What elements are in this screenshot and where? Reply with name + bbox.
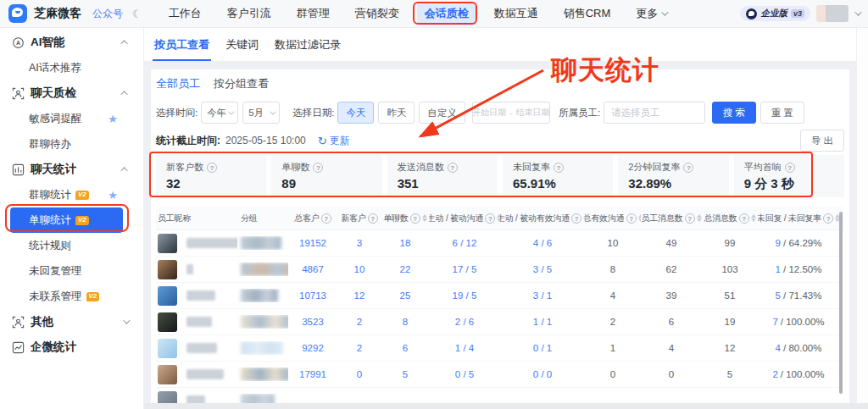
- info-icon[interactable]: [685, 213, 695, 224]
- info-icon[interactable]: [571, 213, 581, 224]
- table-column-header[interactable]: 总消息数: [702, 213, 758, 224]
- info-icon[interactable]: [823, 213, 833, 224]
- top-nav-item[interactable]: 营销裂变: [342, 2, 412, 25]
- sidebar-item[interactable]: 企微统计: [0, 334, 143, 360]
- unreplied-count-value[interactable]: 2: [772, 369, 777, 379]
- table-scrollbar-thumb[interactable]: [839, 212, 843, 394]
- active-passive-value[interactable]: 0 / 5: [455, 369, 474, 379]
- new-customers-value[interactable]: 2: [357, 343, 362, 353]
- sidebar-item[interactable]: 敏感词提醒 ★: [0, 106, 143, 131]
- user-menu-chevron-icon[interactable]: [854, 8, 861, 15]
- table-column-header[interactable]: 主动 / 被动有效沟通: [500, 213, 585, 224]
- star-icon[interactable]: ★: [108, 190, 118, 201]
- table-column-header[interactable]: 分组: [237, 213, 288, 224]
- active-passive-valid-value[interactable]: 0 / 1: [533, 343, 552, 353]
- year-select[interactable]: 今年: [201, 102, 238, 124]
- chat-count-value[interactable]: 25: [400, 290, 411, 301]
- active-passive-valid-value[interactable]: 1 / 1: [533, 317, 552, 327]
- sort-icon[interactable]: [751, 214, 756, 222]
- sub-tab[interactable]: 按分组查看: [214, 76, 269, 91]
- date-quick-button[interactable]: 今天: [337, 102, 374, 124]
- page-scrollbar-track[interactable]: [856, 28, 868, 409]
- new-customers-value[interactable]: 0: [357, 369, 362, 379]
- active-passive-valid-value[interactable]: 3 / 5: [533, 264, 552, 274]
- new-customers-value[interactable]: 2: [357, 317, 362, 327]
- table-column-header[interactable]: 总有效沟通: [585, 213, 641, 224]
- total-customers-value[interactable]: 4867: [302, 264, 324, 274]
- sidebar-item[interactable]: 未回复管理: [0, 258, 143, 284]
- active-passive-value[interactable]: 19 / 5: [453, 290, 477, 301]
- active-passive-value[interactable]: 17 / 5: [453, 264, 477, 274]
- chat-count-value[interactable]: 6: [403, 343, 408, 353]
- top-nav-item[interactable]: 客户引流: [214, 2, 284, 25]
- info-icon[interactable]: [321, 213, 331, 224]
- top-nav-item[interactable]: 会话质检: [417, 2, 476, 25]
- total-customers-value[interactable]: 9292: [302, 343, 324, 353]
- date-range-input[interactable]: 开始日期 - 结束日期: [472, 102, 550, 124]
- date-quick-button[interactable]: 自定义: [419, 102, 465, 124]
- info-icon[interactable]: [410, 213, 420, 224]
- info-icon[interactable]: [683, 163, 693, 173]
- unreplied-count-value[interactable]: 5: [776, 290, 781, 301]
- info-icon[interactable]: [739, 213, 749, 224]
- sidebar-item[interactable]: 单聊统计 V2: [10, 207, 123, 233]
- month-select[interactable]: 5月: [242, 102, 280, 124]
- info-icon[interactable]: [554, 163, 564, 173]
- info-icon[interactable]: [485, 213, 495, 224]
- new-customers-value[interactable]: 12: [354, 290, 365, 301]
- horizontal-scrollbar[interactable]: [144, 403, 868, 409]
- table-column-header[interactable]: 员工昵称: [156, 213, 237, 224]
- sub-tab[interactable]: 全部员工: [156, 76, 200, 91]
- sidebar-item[interactable]: 群聊统计 V2 ★: [0, 182, 143, 207]
- sidebar-item[interactable]: 未联系管理 V2: [0, 284, 143, 309]
- sort-icon[interactable]: [422, 214, 427, 222]
- info-icon[interactable]: [785, 163, 795, 173]
- sort-icon[interactable]: [697, 214, 702, 222]
- info-icon[interactable]: [626, 213, 637, 224]
- refresh-button[interactable]: ↻ 更新: [318, 134, 350, 148]
- sidebar-item[interactable]: 聊天质检: [0, 80, 143, 106]
- user-avatar[interactable]: [816, 5, 849, 22]
- main-tab[interactable]: 数据过滤记录: [273, 28, 342, 61]
- active-passive-valid-value[interactable]: 3 / 1: [533, 290, 552, 301]
- chat-count-value[interactable]: 22: [400, 264, 411, 274]
- table-column-header[interactable]: 未回复 / 未回复率: [758, 213, 839, 224]
- total-customers-value[interactable]: 10713: [299, 290, 326, 301]
- main-tab[interactable]: 关键词: [224, 28, 260, 61]
- export-button[interactable]: 导出: [800, 130, 844, 152]
- search-button[interactable]: 搜索: [712, 102, 756, 124]
- active-passive-valid-value[interactable]: 4 / 6: [533, 238, 552, 248]
- active-passive-valid-value[interactable]: 0 / 0: [533, 369, 552, 379]
- sidebar-item[interactable]: 群聊待办: [0, 131, 143, 157]
- sidebar-item[interactable]: 聊天统计: [0, 157, 143, 182]
- total-customers-value[interactable]: 3523: [302, 317, 324, 327]
- top-nav-item[interactable]: 数据互通: [481, 2, 551, 25]
- star-icon[interactable]: ★: [108, 113, 118, 124]
- chat-count-value[interactable]: 5: [403, 369, 408, 379]
- new-customers-value[interactable]: 10: [354, 264, 365, 274]
- unreplied-count-value[interactable]: 7: [772, 317, 777, 327]
- unreplied-count-value[interactable]: 1: [776, 264, 781, 274]
- official-account-link[interactable]: 公众号: [92, 7, 123, 21]
- active-passive-value[interactable]: 6 / 12: [453, 238, 477, 248]
- date-quick-button[interactable]: 昨天: [378, 102, 415, 124]
- info-icon[interactable]: [368, 213, 378, 224]
- chat-count-value[interactable]: 18: [400, 238, 411, 248]
- table-column-header[interactable]: 主动 / 被动沟通: [429, 213, 500, 224]
- top-nav-item[interactable]: 更多: [623, 2, 679, 25]
- sidebar-item[interactable]: AI话术推荐: [0, 55, 143, 80]
- info-icon[interactable]: [448, 163, 458, 173]
- dark-mode-icon[interactable]: ☾: [132, 8, 142, 19]
- table-column-header[interactable]: 员工消息数: [641, 213, 702, 224]
- table-column-header[interactable]: 新客户: [337, 213, 381, 224]
- info-icon[interactable]: [313, 163, 323, 173]
- chat-count-value[interactable]: 8: [403, 317, 408, 327]
- sidebar-item[interactable]: 其他: [0, 309, 143, 334]
- new-customers-value[interactable]: 3: [357, 238, 362, 248]
- sidebar-item[interactable]: A AI智能: [0, 30, 143, 55]
- top-nav-item[interactable]: 群管理: [284, 2, 342, 25]
- total-customers-value[interactable]: 19152: [299, 238, 326, 248]
- unreplied-count-value[interactable]: 9: [776, 238, 781, 248]
- active-passive-value[interactable]: 1 / 4: [455, 343, 474, 353]
- top-nav-item[interactable]: 工作台: [156, 2, 214, 25]
